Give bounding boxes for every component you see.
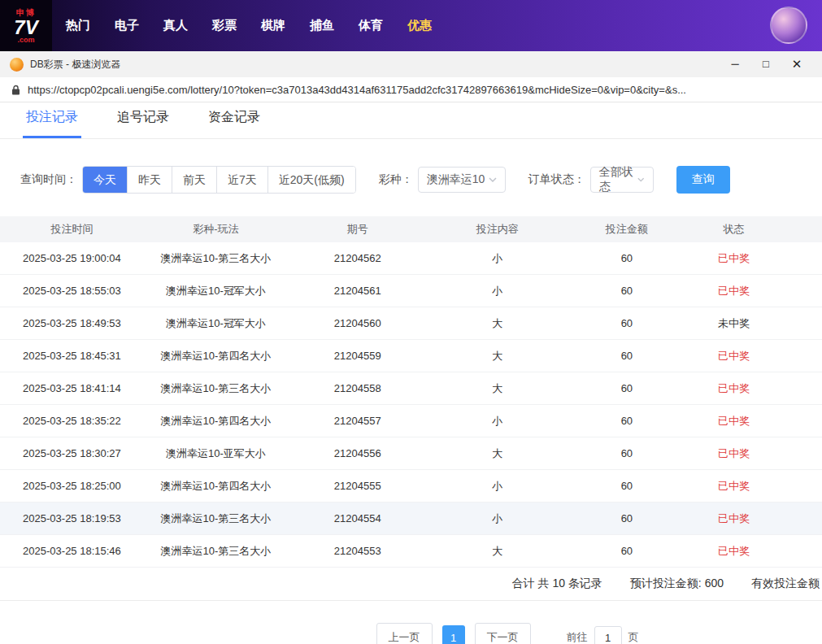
- summary-valid-amount: 有效投注金额: [751, 577, 820, 591]
- minimize-icon[interactable]: ─: [720, 51, 750, 77]
- current-page-button[interactable]: 1: [442, 625, 465, 644]
- lottery-select-value: 澳洲幸运10: [427, 172, 485, 187]
- cell-bet-time: 2025-03-25 19:00:04: [0, 252, 144, 264]
- cell-bet-time: 2025-03-25 18:15:46: [0, 545, 144, 557]
- cell-game-play: 澳洲幸运10-冠军大小: [144, 284, 288, 298]
- cell-issue-number: 21204562: [288, 252, 428, 264]
- cell-game-play: 澳洲幸运10-第四名大小: [144, 414, 288, 429]
- cell-bet-content: 大: [428, 544, 568, 559]
- time-range-button[interactable]: 近20天(低频): [267, 167, 355, 193]
- bet-records-table: 投注时间 彩种-玩法 期号 投注内容 投注金额 状态 2025-03-25 19…: [0, 216, 822, 568]
- cell-status: 已中奖: [686, 381, 822, 396]
- table-header-cell: 彩种-玩法: [144, 222, 288, 237]
- cell-bet-time: 2025-03-25 18:41:14: [0, 382, 144, 394]
- record-tab[interactable]: 追号记录: [114, 109, 172, 138]
- order-status-label: 订单状态：: [528, 172, 585, 187]
- cell-bet-time: 2025-03-25 18:45:31: [0, 350, 144, 362]
- nav-menu: 热门 电子 真人 彩票 棋牌 捕鱼 体育 优惠: [54, 18, 444, 33]
- nav-menu-item[interactable]: 体育: [346, 18, 395, 33]
- cell-status: 已中奖: [686, 479, 822, 494]
- cell-issue-number: 21204553: [288, 545, 428, 557]
- cell-game-play: 澳洲幸运10-第四名大小: [144, 479, 288, 494]
- order-status-select[interactable]: 全部状态: [590, 167, 654, 193]
- address-url[interactable]: https://ctopcp02pcali.uengi5e.com/lotter…: [28, 84, 686, 96]
- lock-icon[interactable]: [11, 85, 20, 95]
- cell-issue-number: 21204556: [288, 447, 428, 459]
- nav-menu-item[interactable]: 真人: [151, 18, 200, 33]
- cell-issue-number: 21204555: [288, 480, 428, 492]
- table-row: 2025-03-25 18:45:31 澳洲幸运10-第四名大小 2120455…: [0, 340, 822, 372]
- time-range-group: 今天 昨天 前天 近7天 近20天(低频): [82, 166, 356, 194]
- query-time-label: 查询时间：: [20, 172, 77, 187]
- table-row: 2025-03-25 18:35:22 澳洲幸运10-第四名大小 2120455…: [0, 405, 822, 437]
- url-bar[interactable]: https://ctopcp02pcali.uengi5e.com/lotter…: [0, 77, 822, 102]
- cell-status: 已中奖: [686, 284, 822, 298]
- page-content: 投注记录 追号记录 资金记录 查询时间： 今天 昨天 前天 近7天 近20天(低…: [0, 102, 822, 644]
- cell-bet-time: 2025-03-25 18:35:22: [0, 415, 144, 427]
- cell-issue-number: 21204557: [288, 415, 428, 427]
- top-nav: 申博 7V .com 热门 电子 真人 彩票 棋牌 捕鱼 体育 优惠: [0, 0, 822, 51]
- cell-status: 已中奖: [686, 511, 822, 526]
- user-avatar[interactable]: [770, 7, 807, 44]
- cell-issue-number: 21204558: [288, 382, 428, 394]
- prev-page-button[interactable]: 上一页: [376, 623, 433, 644]
- cell-bet-time: 2025-03-25 18:30:27: [0, 447, 144, 459]
- site-logo[interactable]: 申博 7V .com: [0, 0, 52, 51]
- cell-bet-amount: 60: [568, 285, 687, 297]
- cell-game-play: 澳洲幸运10-第三名大小: [144, 511, 288, 526]
- cell-status: 已中奖: [686, 251, 822, 266]
- cell-bet-content: 大: [428, 316, 568, 331]
- window-title: DB彩票 - 极速浏览器: [30, 58, 120, 72]
- cell-bet-content: 大: [428, 381, 568, 396]
- time-range-button[interactable]: 前天: [172, 167, 216, 193]
- cell-game-play: 澳洲幸运10-第三名大小: [144, 251, 288, 266]
- cell-status: 已中奖: [686, 544, 822, 559]
- goto-page-input[interactable]: [594, 626, 622, 644]
- time-range-button[interactable]: 今天: [83, 167, 127, 193]
- time-range-button[interactable]: 近7天: [216, 167, 267, 193]
- table-header-cell: 投注时间: [0, 222, 144, 237]
- nav-menu-item[interactable]: 棋牌: [249, 18, 298, 33]
- goto-page-suffix: 页: [628, 630, 639, 644]
- nav-menu-item[interactable]: 优惠: [395, 18, 444, 33]
- cell-status: 未中奖: [686, 316, 822, 331]
- cell-bet-content: 小: [428, 479, 568, 494]
- lottery-select[interactable]: 澳洲幸运10: [418, 167, 506, 193]
- close-icon[interactable]: ✕: [781, 51, 812, 77]
- cell-issue-number: 21204560: [288, 317, 428, 329]
- next-page-button[interactable]: 下一页: [475, 623, 531, 644]
- search-button[interactable]: 查询: [676, 166, 730, 194]
- goto-page-label: 前往: [567, 630, 588, 644]
- cell-bet-amount: 60: [568, 545, 687, 557]
- browser-titlebar[interactable]: DB彩票 - 极速浏览器 ─ □ ✕: [0, 51, 822, 77]
- cell-bet-time: 2025-03-25 18:25:00: [0, 480, 144, 492]
- record-tab[interactable]: 资金记录: [205, 109, 263, 138]
- summary-total: 合计 共 10 条记录: [512, 577, 602, 591]
- nav-menu-item[interactable]: 电子: [102, 18, 151, 33]
- cell-game-play: 澳洲幸运10-第三名大小: [144, 544, 288, 559]
- cell-bet-amount: 60: [568, 350, 687, 362]
- table-header-cell: 状态: [686, 222, 822, 237]
- summary-expected-amount: 预计投注金额: 600: [630, 577, 724, 591]
- record-tabs: 投注记录 追号记录 资金记录: [0, 102, 822, 139]
- nav-menu-item[interactable]: 彩票: [200, 18, 249, 33]
- cell-bet-content: 大: [428, 349, 568, 363]
- window-controls: ─ □ ✕: [720, 51, 812, 77]
- cell-bet-amount: 60: [568, 480, 687, 492]
- maximize-icon[interactable]: □: [750, 51, 781, 77]
- time-range-button[interactable]: 昨天: [127, 167, 172, 193]
- cell-game-play: 澳洲幸运10-亚军大小: [144, 446, 288, 461]
- cell-issue-number: 21204559: [288, 350, 428, 362]
- cell-bet-time: 2025-03-25 18:49:53: [0, 317, 144, 329]
- record-tab[interactable]: 投注记录: [23, 109, 81, 138]
- table-header-cell: 投注金额: [568, 222, 687, 237]
- order-status-value: 全部状态: [599, 165, 638, 194]
- nav-menu-item[interactable]: 热门: [54, 18, 102, 33]
- nav-menu-item[interactable]: 捕鱼: [298, 18, 346, 33]
- cell-issue-number: 21204561: [288, 285, 428, 297]
- cell-bet-amount: 60: [568, 415, 687, 427]
- cell-bet-content: 大: [428, 446, 568, 461]
- cell-bet-content: 小: [428, 414, 568, 429]
- table-row: 2025-03-25 18:55:03 澳洲幸运10-冠军大小 21204561…: [0, 275, 822, 307]
- cell-game-play: 澳洲幸运10-冠军大小: [144, 316, 288, 331]
